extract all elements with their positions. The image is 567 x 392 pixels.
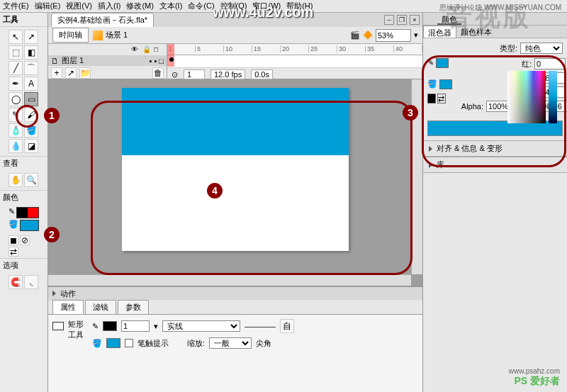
zoom-input[interactable]: [376, 29, 411, 42]
center-area: 实例4.基础绘画－石头.fla* – ❐ × 时间轴 场景 1 🎬 🔶 ▾: [48, 13, 422, 392]
pencil-icon: ✎: [9, 207, 15, 218]
corner-option[interactable]: ◟: [24, 275, 38, 289]
stroke-width-input[interactable]: [121, 320, 150, 332]
timeline-button[interactable]: 时间轴: [52, 28, 89, 43]
menu-modify[interactable]: 修改(M): [126, 1, 154, 11]
free-transform-tool[interactable]: ⬚: [9, 45, 23, 60]
red-input[interactable]: [534, 58, 566, 69]
brush-hint-label: 笔触提示: [137, 338, 169, 349]
color-type-combo[interactable]: 纯色: [520, 43, 563, 54]
stroke-color-chip[interactable]: [16, 207, 39, 218]
oval-tool[interactable]: ◯: [9, 92, 23, 106]
fill-color-swatch[interactable]: [439, 79, 452, 89]
layer-row[interactable]: 🗋 图层 1 • • □: [48, 55, 167, 66]
red-label: 红:: [506, 59, 532, 69]
frames-column: 1510152025303540 ⊙ 1 12.0 fps 0.0s: [167, 44, 422, 79]
ink-bottle-tool[interactable]: 🧴: [9, 123, 23, 138]
outline-icon[interactable]: □: [154, 45, 162, 54]
menu-text[interactable]: 文本(I): [159, 1, 182, 11]
actions-title: 动作: [60, 289, 76, 299]
menu-edit[interactable]: 编辑(E): [35, 1, 61, 11]
bucket-icon: 🪣: [9, 220, 18, 231]
edit-scene-icon[interactable]: 🎬: [350, 30, 360, 40]
badge-1: 1: [44, 108, 60, 123]
default-colors-btn[interactable]: ◼: [9, 235, 18, 245]
no-color-btn[interactable]: ⊘: [20, 235, 30, 245]
scene-label[interactable]: 场景 1: [93, 30, 128, 40]
add-guide-btn[interactable]: ↗: [65, 67, 77, 79]
pencil-icon: ✎: [92, 322, 99, 331]
pencil-tool[interactable]: ✎: [9, 108, 23, 122]
align-panel-header[interactable]: 对齐 & 信息 & 变形: [423, 140, 567, 157]
paint-bucket-tool[interactable]: 🪣: [24, 123, 38, 138]
frame-ruler[interactable]: 1510152025303540: [167, 44, 422, 55]
snap-option[interactable]: 🧲: [9, 275, 23, 289]
swap-colors-btn[interactable]: ⇄: [9, 247, 18, 257]
subselection-tool[interactable]: ↗: [24, 30, 38, 44]
document-tab[interactable]: 实例4.基础绘画－石头.fla*: [51, 13, 154, 28]
pencil-icon: ✎: [427, 58, 434, 68]
text-tool[interactable]: A: [24, 77, 38, 91]
selection-tool[interactable]: ↖: [9, 30, 23, 44]
swap-colors-icon[interactable]: ⇄: [437, 94, 446, 103]
library-panel-header[interactable]: 库: [423, 157, 567, 173]
close-button[interactable]: ×: [410, 15, 420, 25]
menu-file[interactable]: 文件(E): [3, 1, 29, 11]
zoom-tool[interactable]: 🔍: [24, 173, 38, 187]
tab-properties[interactable]: 属性: [52, 300, 84, 314]
brush-tool[interactable]: 🖌: [24, 108, 38, 122]
eraser-tool[interactable]: ◪: [24, 139, 38, 153]
badge-2: 2: [44, 227, 60, 242]
gradient-transform-tool[interactable]: ◧: [24, 45, 38, 60]
scrollbar-horizontal[interactable]: [48, 274, 411, 286]
disclosure-icon[interactable]: [52, 291, 56, 296]
stage-canvas[interactable]: [122, 88, 349, 251]
scale-label: 缩放:: [187, 338, 205, 349]
custom-btn[interactable]: 自: [280, 319, 294, 333]
brightness-slider[interactable]: [549, 71, 557, 123]
zoom-dropdown-icon[interactable]: ▾: [414, 30, 418, 40]
brush-hint-checkbox[interactable]: [125, 339, 133, 347]
menu-insert[interactable]: 插入(I): [98, 1, 120, 11]
fill-swatch[interactable]: [106, 338, 120, 348]
color-picker-area[interactable]: [507, 71, 546, 123]
view-section: 查看: [0, 156, 47, 170]
rectangle-tool[interactable]: ▭: [24, 92, 38, 106]
scene-icon: [93, 30, 103, 40]
tab-filters[interactable]: 滤镜: [85, 300, 116, 314]
delete-layer-btn[interactable]: 🗑: [152, 67, 164, 79]
scale-combo[interactable]: 一般: [209, 337, 252, 349]
stepper-icon[interactable]: ▾: [154, 322, 158, 331]
badge-4: 4: [207, 183, 223, 198]
line-tool[interactable]: ╱: [9, 61, 23, 75]
drawn-rectangle[interactable]: [122, 88, 349, 155]
tool-name: 矩形: [68, 319, 84, 330]
restore-button[interactable]: ❐: [397, 15, 407, 25]
eye-icon[interactable]: 👁: [131, 45, 140, 54]
stroke-swatch[interactable]: [103, 321, 117, 331]
tab-params[interactable]: 参数: [118, 300, 149, 314]
add-layer-btn[interactable]: +: [51, 67, 62, 79]
fill-color-chip[interactable]: [20, 220, 39, 231]
minimize-button[interactable]: –: [384, 15, 394, 25]
line-style-combo[interactable]: 实线: [162, 320, 240, 332]
badge-3: 3: [403, 105, 418, 121]
lock-icon[interactable]: 🔒: [142, 45, 151, 54]
right-panels: 颜色 混色器 颜色样本 类型: 纯色 ✎ 🪣 ⇄ 红: [422, 13, 567, 392]
add-folder-btn[interactable]: 📁: [79, 67, 91, 79]
hand-tool[interactable]: ✋: [9, 173, 23, 187]
frames-track[interactable]: [167, 55, 422, 68]
menu-command[interactable]: 命令(C): [188, 1, 214, 11]
default-colors-icon[interactable]: [427, 94, 436, 103]
pen-tool[interactable]: ✒: [9, 77, 23, 91]
bucket-icon: 🪣: [92, 339, 102, 348]
alpha-label: Alpha:: [458, 102, 483, 111]
onion-skin-icon[interactable]: ⊙: [172, 70, 178, 79]
playhead[interactable]: [167, 44, 174, 67]
edit-symbol-icon[interactable]: 🔶: [363, 30, 373, 40]
lasso-tool[interactable]: ⌒: [24, 61, 38, 75]
options-section: 选项: [0, 258, 47, 272]
eyedropper-tool[interactable]: 💧: [9, 139, 23, 153]
stroke-color-swatch[interactable]: [436, 58, 449, 68]
menu-view[interactable]: 视图(V): [66, 1, 92, 11]
